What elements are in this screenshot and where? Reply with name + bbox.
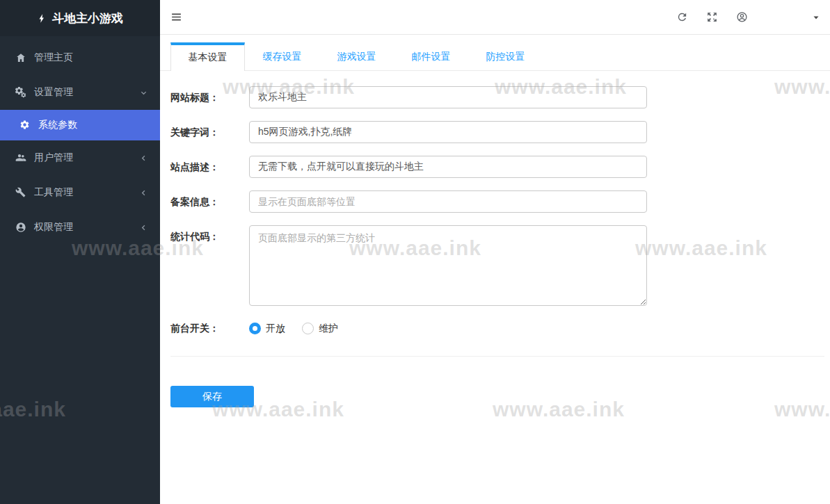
site-desc-input[interactable] [249, 156, 647, 178]
form-row-site-title: 网站标题： [170, 86, 824, 108]
user-icon[interactable] [736, 11, 748, 23]
fullscreen-icon[interactable] [706, 11, 718, 23]
tab-cache-settings[interactable]: 缓存设置 [245, 42, 319, 70]
front-switch-maintenance-radio[interactable] [302, 323, 314, 334]
form-row-front-switch: 前台开关： 开放 维护 [170, 323, 824, 334]
tab-mail-settings[interactable]: 邮件设置 [394, 42, 468, 70]
app-window: 斗地主小游戏 管理主页 设置管理 [0, 0, 830, 504]
topbar [160, 0, 830, 35]
sidebar-item-user-management[interactable]: 用户管理 [0, 140, 160, 175]
chevron-left-icon [140, 154, 147, 162]
user-circle-icon [15, 222, 26, 233]
chevron-left-icon [140, 189, 147, 197]
front-switch-label: 前台开关： [170, 323, 239, 334]
icp-info-input[interactable] [249, 190, 647, 213]
sidebar-item-label: 用户管理 [34, 152, 73, 164]
form-row-stats-code: 统计代码： [170, 225, 824, 306]
tab-risk-control-settings[interactable]: 防控设置 [468, 42, 543, 70]
gear-icon [19, 120, 31, 131]
sidebar-item-system-params[interactable]: 系统参数 [0, 110, 160, 140]
front-switch-open-label[interactable]: 开放 [266, 323, 285, 334]
site-title-input[interactable] [249, 86, 647, 108]
chevron-left-icon [140, 224, 147, 231]
keywords-label: 关键字词： [170, 121, 239, 143]
stats-code-label: 统计代码： [170, 225, 239, 306]
sidebar-menu: 管理主页 设置管理 系统参数 [0, 36, 160, 245]
lightning-bolt-icon [37, 13, 47, 24]
keywords-input[interactable] [249, 121, 647, 143]
sidebar: 斗地主小游戏 管理主页 设置管理 [0, 0, 160, 504]
sidebar-item-label: 设置管理 [34, 86, 73, 99]
front-switch-open-radio[interactable] [249, 323, 261, 334]
front-switch-radio-group: 开放 维护 [249, 323, 355, 334]
chevron-down-icon [140, 89, 147, 97]
form-row-keywords: 关键字词： [170, 121, 824, 143]
sidebar-item-settings-management[interactable]: 设置管理 [0, 75, 160, 110]
save-button[interactable]: 保存 [170, 386, 254, 407]
front-switch-maintenance-label[interactable]: 维护 [319, 323, 338, 334]
form-row-icp-info: 备案信息： [170, 190, 824, 213]
tab-basic-settings[interactable]: 基本设置 [170, 42, 245, 71]
sidebar-item-permission-management[interactable]: 权限管理 [0, 210, 160, 245]
home-icon [15, 52, 26, 63]
users-icon [15, 152, 26, 163]
sidebar-item-label: 管理主页 [34, 51, 73, 64]
cogs-icon [15, 87, 26, 98]
sidebar-item-label: 权限管理 [34, 221, 73, 234]
stats-code-textarea[interactable] [249, 225, 647, 306]
basic-settings-form: 网站标题： 关键字词： 站点描述： 备案信息： 统计代码： 前台开关： [160, 71, 830, 407]
sidebar-item-manage-home[interactable]: 管理主页 [0, 40, 160, 75]
icp-info-label: 备案信息： [170, 190, 239, 213]
site-desc-label: 站点描述： [170, 156, 239, 178]
caret-down-icon[interactable] [812, 13, 820, 22]
sidebar-item-label: 系统参数 [38, 119, 77, 131]
wrench-icon [15, 187, 26, 198]
main-area: 基本设置 缓存设置 游戏设置 邮件设置 防控设置 网站标题： 关键字词： 站点描… [160, 0, 830, 504]
sidebar-item-label: 工具管理 [34, 186, 73, 199]
form-divider [170, 356, 824, 357]
site-title-label: 网站标题： [170, 86, 239, 108]
app-logo: 斗地主小游戏 [0, 0, 160, 36]
refresh-icon[interactable] [676, 11, 688, 23]
topbar-actions [676, 11, 820, 23]
app-title: 斗地主小游戏 [52, 10, 123, 26]
menu-icon[interactable] [170, 11, 182, 23]
tab-game-settings[interactable]: 游戏设置 [319, 42, 394, 70]
settings-tabbar: 基本设置 缓存设置 游戏设置 邮件设置 防控设置 [160, 35, 830, 71]
sidebar-item-tools-management[interactable]: 工具管理 [0, 175, 160, 210]
form-row-site-desc: 站点描述： [170, 156, 824, 178]
